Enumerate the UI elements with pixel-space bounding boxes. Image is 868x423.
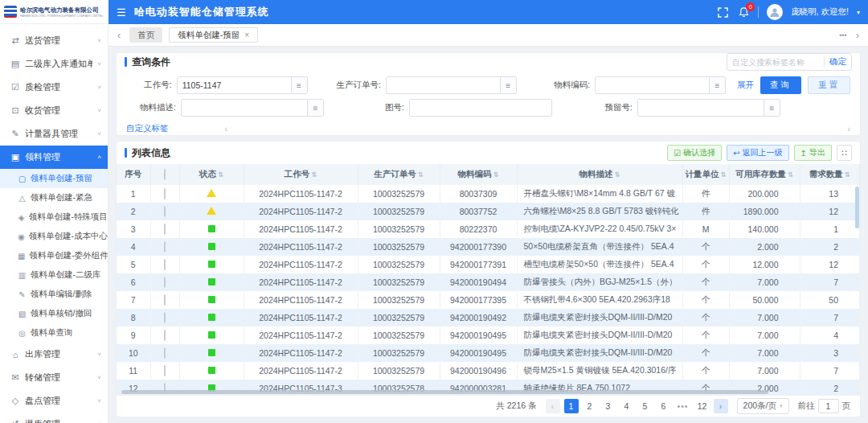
sort-icon[interactable]: ⇅ xyxy=(614,170,620,179)
sort-icon[interactable]: ⇅ xyxy=(311,170,317,179)
collapse-menu-icon[interactable]: ☰ xyxy=(117,6,126,18)
sidebar-subitem-requisition-query[interactable]: ◎领料单查询 xyxy=(0,323,108,343)
table-row[interactable]: 42024HPC1105-1147-2100032525799420001773… xyxy=(117,238,860,256)
filter-icon[interactable]: ≡ xyxy=(500,77,516,93)
column-header[interactable]: 生产订单号⇅ xyxy=(358,164,440,185)
sort-icon[interactable]: ⇅ xyxy=(418,170,424,179)
row-checkbox[interactable] xyxy=(164,277,166,288)
reserve-no-input[interactable] xyxy=(638,100,764,116)
row-checkbox[interactable] xyxy=(164,224,166,235)
sidebar-subitem-create-special-project[interactable]: ◈领料单创建-特殊项目 xyxy=(0,207,108,227)
filter-icon[interactable]: ≡ xyxy=(307,100,323,116)
column-header[interactable]: 物料编码⇅ xyxy=(440,164,517,185)
column-settings-icon[interactable]: ∷ xyxy=(837,145,852,161)
row-checkbox[interactable] xyxy=(164,347,166,359)
table-row[interactable]: 52024HPC1105-1147-2100032525799420001773… xyxy=(117,256,860,273)
page-button-12[interactable]: 12 xyxy=(695,399,710,413)
sidebar-subitem-create-secondary[interactable]: ▥领料单创建-二级库 xyxy=(0,265,108,285)
column-header[interactable]: 状态⇅ xyxy=(179,164,244,185)
table-row[interactable]: 82024HPC1105-1147-2100032525799420001904… xyxy=(117,309,860,326)
column-header[interactable]: 工作号⇅ xyxy=(244,164,358,185)
sidebar-subitem-create-outsourced[interactable]: ▦领料单创建-委外组件 xyxy=(0,246,108,265)
export-button[interactable]: ↥导出 xyxy=(794,145,832,161)
sidebar-item-return-mgmt[interactable]: ↺退库管理˅ xyxy=(0,413,108,423)
fullscreen-icon[interactable] xyxy=(716,6,729,18)
sidebar-item-material-requisition-mgmt[interactable]: ▣领料管理˄ xyxy=(0,146,108,169)
tab-home[interactable]: 首页 xyxy=(129,27,162,43)
page-size-select[interactable]: 200条/页 ▾ xyxy=(737,398,789,414)
notification-bell-icon[interactable]: 0 xyxy=(737,6,750,18)
table-row[interactable]: 92024HPC1105-1147-2100032525799420001904… xyxy=(117,326,860,344)
search-button[interactable]: 查询 xyxy=(760,76,801,94)
confirm-tag-button[interactable]: 确定 xyxy=(829,56,846,68)
production-order-input[interactable] xyxy=(387,77,500,93)
sidebar-subitem-create-reserved[interactable]: ▢领料单创建-预留 xyxy=(0,169,108,188)
row-checkbox[interactable] xyxy=(164,206,166,217)
page-button-2[interactable]: 2 xyxy=(583,399,597,413)
filter-icon[interactable]: ≡ xyxy=(764,100,780,116)
horizontal-scrollbar[interactable] xyxy=(121,390,768,394)
material-code-input[interactable] xyxy=(596,77,709,93)
filter-icon[interactable]: ≡ xyxy=(291,77,307,93)
reset-button[interactable]: 重置 xyxy=(808,76,850,94)
sidebar-item-transfer-mgmt[interactable]: ✉转储管理˅ xyxy=(0,366,108,389)
sort-icon[interactable]: ⇅ xyxy=(218,170,223,179)
row-checkbox[interactable] xyxy=(164,188,166,199)
table-row[interactable]: 12024HPC1105-1147-21000325257980037309开槽… xyxy=(117,185,860,203)
sidebar-item-secondary-inbound-notice[interactable]: ▤二级库入库通知单˅ xyxy=(0,52,108,76)
sidebar-subitem-create-cost-center[interactable]: ◉领料单创建-成本中心 xyxy=(0,227,108,246)
table-row[interactable]: 102024HPC1105-1147-210003252579942000190… xyxy=(117,344,860,362)
select-all-checkbox[interactable] xyxy=(164,169,166,180)
sort-icon[interactable]: ⇅ xyxy=(493,170,498,179)
sidebar-item-stocktake-mgmt[interactable]: ◇盘点管理˅ xyxy=(0,389,108,413)
row-checkbox[interactable] xyxy=(164,312,166,323)
column-header[interactable]: 计量单位⇅ xyxy=(682,164,729,185)
page-button-5[interactable]: 5 xyxy=(638,399,653,413)
column-header[interactable]: 需求数量⇅ xyxy=(800,164,860,185)
column-header[interactable]: 可用库存数量⇅ xyxy=(729,164,800,185)
table-row[interactable]: 32024HPC1105-1147-21000325257980222370控制… xyxy=(117,220,860,238)
tabs-scroll-left-icon[interactable]: ‹ xyxy=(115,29,123,41)
row-checkbox[interactable] xyxy=(164,330,166,341)
chevron-down-icon[interactable]: ▾ xyxy=(857,9,860,16)
page-button-4[interactable]: 4 xyxy=(620,399,634,413)
row-checkbox[interactable] xyxy=(164,365,166,376)
sort-icon[interactable]: ⇅ xyxy=(720,170,726,179)
sidebar-subitem-writeoff-withdraw[interactable]: ▧领料单核销/撤回 xyxy=(0,304,108,323)
table-row[interactable]: 62024HPC1105-1147-2100032525799420001904… xyxy=(117,273,860,291)
page-button-1[interactable]: 1 xyxy=(564,399,579,413)
work-no-input[interactable] xyxy=(178,77,291,93)
table-row[interactable]: 112024HPC1105-1147-210003252579942000190… xyxy=(117,362,860,380)
custom-tag-link[interactable]: 自定义标签 xyxy=(126,123,169,134)
prev-page-icon[interactable]: ‹ xyxy=(546,399,560,413)
tabs-scroll-right-icon[interactable]: › xyxy=(854,29,862,41)
sort-icon[interactable]: ⇅ xyxy=(788,170,793,179)
next-page-icon[interactable]: › xyxy=(714,399,728,413)
sidebar-subitem-create-urgent[interactable]: △领料单创建-紧急 xyxy=(0,188,108,207)
custom-tag-name-input[interactable] xyxy=(732,58,819,67)
material-desc-input[interactable] xyxy=(182,100,307,116)
sidebar-item-quality-mgmt[interactable]: ☑质检管理˅ xyxy=(0,76,108,99)
vertical-scrollbar[interactable] xyxy=(855,187,859,228)
tags-scroll-right-icon[interactable]: › xyxy=(847,124,850,133)
sidebar-item-delivery-mgmt[interactable]: ⇄送货管理˅ xyxy=(0,29,108,52)
page-button-6[interactable]: 6 xyxy=(657,399,671,413)
tabs-more-icon[interactable]: ••• xyxy=(839,31,846,39)
sort-icon[interactable]: ⇅ xyxy=(845,170,850,179)
return-up-button[interactable]: ↩返回上一级 xyxy=(727,145,788,161)
drawing-no-input[interactable] xyxy=(410,100,551,116)
confirm-select-button[interactable]: ☑确认选择 xyxy=(667,145,722,161)
table-row[interactable]: 72024HPC1105-1147-2100032525799420001773… xyxy=(117,291,860,309)
row-checkbox[interactable] xyxy=(164,294,166,306)
tab-requisition-reserved[interactable]: 领料单创建-预留 × xyxy=(169,27,258,43)
user-avatar[interactable] xyxy=(767,4,783,20)
sidebar-item-outbound-mgmt[interactable]: ⌂出库管理˅ xyxy=(0,343,108,366)
select-all-header[interactable] xyxy=(150,164,179,185)
row-checkbox[interactable] xyxy=(164,241,166,253)
tags-scroll-left-icon[interactable]: ‹ xyxy=(225,124,228,133)
filter-icon[interactable]: ≡ xyxy=(709,77,725,93)
close-tab-icon[interactable]: × xyxy=(244,31,249,39)
page-button-3[interactable]: 3 xyxy=(601,399,616,413)
table-row[interactable]: 22024HPC1105-1147-21000325257980037752六角… xyxy=(117,203,860,220)
expand-link[interactable]: 展开 xyxy=(737,80,754,91)
